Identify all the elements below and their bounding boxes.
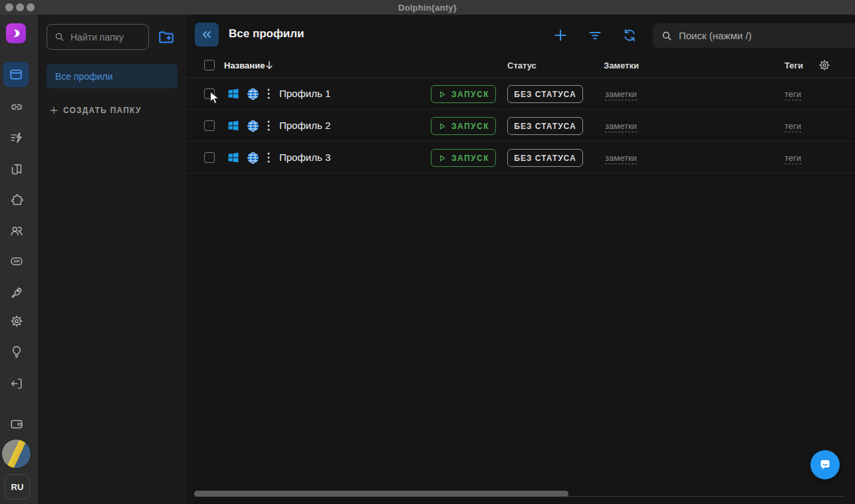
row-menu-button[interactable] [264, 120, 273, 132]
add-folder-button[interactable] [158, 29, 175, 46]
row-checkbox[interactable] [204, 88, 215, 99]
launch-button[interactable]: ЗАПУСК [431, 149, 496, 167]
launch-button[interactable]: ЗАПУСК [431, 85, 496, 103]
sidebar-item-rocket[interactable] [9, 285, 24, 300]
table-row: Профиль 2 ЗАПУСК БЕЗ СТАТУСА заметки тег… [187, 110, 855, 142]
search-icon [661, 30, 673, 42]
support-chat-button[interactable] [810, 450, 840, 479]
close-window-button[interactable] [5, 3, 13, 11]
sidebar-item-logout[interactable] [9, 376, 24, 391]
proxy-globe-icon [246, 87, 260, 101]
pages-icon [9, 162, 24, 177]
status-label: БЕЗ СТАТУСА [514, 154, 576, 163]
window-controls[interactable] [5, 3, 35, 11]
profile-name[interactable]: Профиль 1 [279, 88, 330, 99]
row-menu-button[interactable] [264, 88, 273, 100]
sidebar-item-ideas[interactable] [9, 344, 24, 359]
launch-button[interactable]: ЗАПУСК [431, 117, 496, 135]
notes-link[interactable]: заметки [605, 121, 637, 132]
plus-icon [49, 106, 59, 115]
window-title: Dolphin{anty} [398, 3, 457, 13]
logout-icon [9, 376, 24, 391]
status-label: БЕЗ СТАТУСА [514, 122, 576, 131]
folder-search-input[interactable] [70, 32, 142, 43]
horizontal-scrollbar-thumb[interactable] [194, 491, 568, 497]
titlebar: Dolphin{anty} [0, 0, 855, 15]
row-menu-button[interactable] [264, 152, 273, 164]
notes-link[interactable]: заметки [605, 153, 637, 164]
create-folder-label: СОЗДАТЬ ПАПКУ [63, 106, 142, 115]
sidebar-item-team[interactable] [9, 223, 24, 238]
status-button[interactable]: БЕЗ СТАТУСА [507, 117, 583, 135]
tags-link[interactable]: теги [785, 89, 801, 100]
row-checkbox[interactable] [204, 152, 215, 163]
sidebar-item-automation[interactable] [9, 130, 24, 145]
sidebar-item-profiles[interactable] [3, 62, 29, 87]
sidebar-item-pages[interactable] [9, 162, 24, 177]
sidebar-item-extensions[interactable] [9, 193, 24, 207]
add-profile-button[interactable] [552, 27, 568, 43]
refresh-button[interactable] [622, 27, 638, 43]
play-icon [437, 154, 447, 163]
status-button[interactable]: БЕЗ СТАТУСА [507, 85, 583, 103]
maximize-window-button[interactable] [27, 3, 35, 11]
profiles-icon [9, 67, 23, 82]
dolphin-icon [9, 27, 23, 40]
column-header-notes[interactable]: Заметки [604, 61, 639, 70]
table-settings-button[interactable] [818, 59, 831, 72]
extensions-puzzle-icon [9, 193, 24, 207]
icon-rail: API RU [0, 15, 38, 504]
filter-button[interactable] [587, 27, 603, 43]
proxy-globe-icon [246, 119, 260, 133]
language-button[interactable]: RU [5, 474, 30, 499]
sidebar-item-settings[interactable] [9, 314, 24, 328]
table-row: Профиль 3 ЗАПУСК БЕЗ СТАТУСА заметки тег… [187, 142, 855, 174]
folder-item-all-profiles[interactable]: Все профили [47, 64, 178, 88]
status-button[interactable]: БЕЗ СТАТУСА [507, 149, 583, 167]
profile-name[interactable]: Профиль 3 [279, 152, 330, 163]
column-header-name[interactable]: Название [224, 61, 265, 70]
row-checkbox[interactable] [204, 120, 215, 131]
select-all-checkbox[interactable] [204, 60, 215, 70]
idea-bulb-icon [9, 344, 24, 359]
folder-plus-icon [158, 29, 175, 46]
profile-search[interactable] [653, 23, 855, 48]
search-icon [54, 31, 65, 43]
folder-search[interactable] [47, 24, 149, 50]
api-icon-label: API [13, 259, 20, 263]
launch-label: ЗАПУСК [451, 90, 489, 99]
filter-icon [587, 27, 603, 43]
profile-search-input[interactable] [679, 30, 847, 41]
tags-link[interactable]: теги [785, 153, 801, 164]
windows-os-icon [227, 151, 240, 164]
collapse-sidebar-button[interactable] [195, 23, 219, 47]
double-chevron-left-icon [200, 28, 213, 41]
table-header: Название Статус Заметки Теги [187, 53, 855, 78]
play-icon [437, 122, 447, 131]
status-label: БЕЗ СТАТУСА [514, 90, 576, 99]
settings-gear-icon [9, 314, 24, 328]
folder-item-label: Все профили [55, 71, 113, 82]
tags-link[interactable]: теги [785, 121, 801, 132]
language-label: RU [11, 482, 24, 492]
user-avatar[interactable] [1, 439, 31, 469]
sidebar-item-api[interactable]: API [9, 254, 24, 269]
main-content: Все профили Название Статус Заметки Теги… [187, 15, 855, 504]
profile-name[interactable]: Профиль 2 [279, 120, 330, 131]
api-icon: API [9, 254, 24, 269]
refresh-icon [622, 27, 638, 43]
automation-icon [9, 130, 24, 145]
play-icon [437, 90, 447, 99]
column-header-tags[interactable]: Теги [785, 61, 803, 70]
proxy-globe-icon [246, 151, 260, 165]
launch-label: ЗАПУСК [451, 154, 489, 163]
notes-link[interactable]: заметки [605, 89, 637, 100]
proxy-link-icon [9, 100, 24, 114]
folder-panel: Все профили СОЗДАТЬ ПАПКУ [38, 15, 187, 504]
sort-descending-icon[interactable] [263, 59, 275, 71]
create-folder-button[interactable]: СОЗДАТЬ ПАПКУ [49, 106, 142, 115]
sidebar-item-wallet[interactable] [9, 417, 24, 432]
sidebar-item-proxy[interactable] [9, 100, 24, 114]
minimize-window-button[interactable] [16, 3, 24, 11]
column-header-status[interactable]: Статус [507, 61, 537, 70]
